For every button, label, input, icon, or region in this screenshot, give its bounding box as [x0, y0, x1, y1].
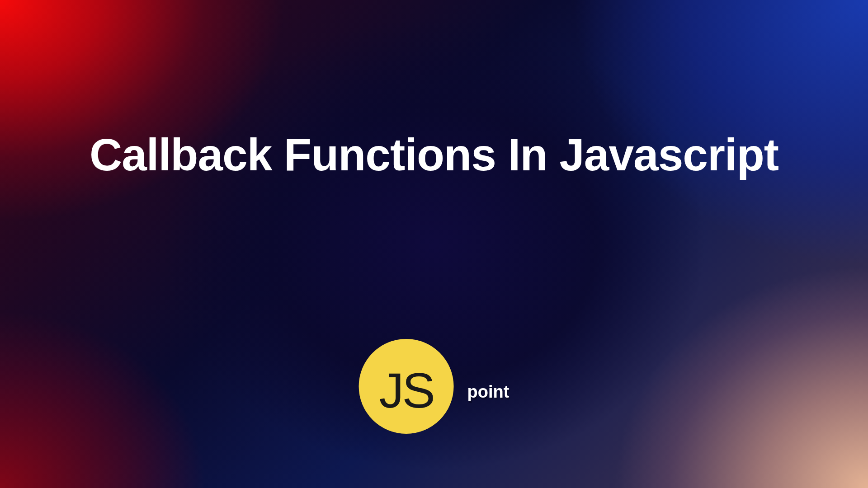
logo-suffix-wrapper: point point	[467, 377, 509, 396]
logo-suffix-text: point	[467, 382, 509, 401]
js-logo-text: JS	[379, 361, 433, 419]
main-title: Callback Functions In Javascript	[0, 129, 868, 181]
logo-container: JS point point	[359, 339, 509, 434]
js-logo-circle: JS	[359, 339, 454, 434]
content-container: Callback Functions In Javascript JS poin…	[0, 0, 868, 488]
